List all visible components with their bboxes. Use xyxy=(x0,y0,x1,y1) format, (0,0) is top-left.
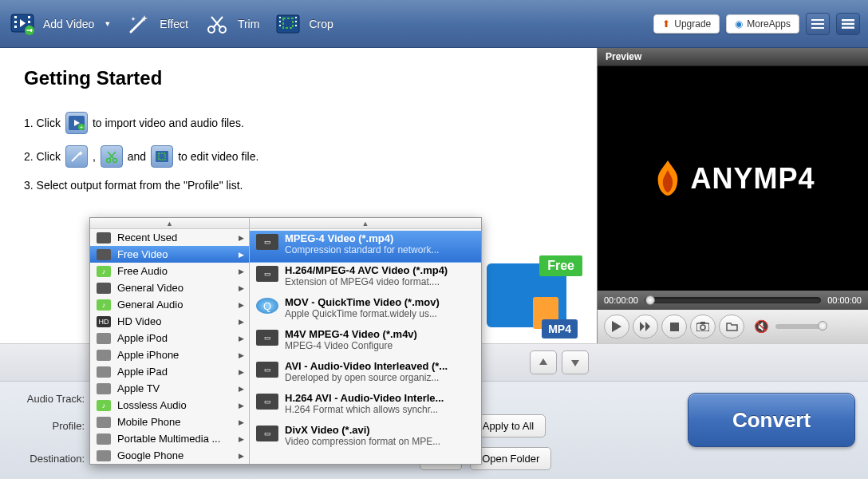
category-item[interactable]: Portable Multimedia ... xyxy=(90,430,249,447)
volume-icon: 🔇 xyxy=(754,319,769,334)
profile-dropdown: ▲ Recent UsedFree Video♪Free AudioGenera… xyxy=(89,217,482,465)
trim-button[interactable]: Trim xyxy=(203,10,259,38)
free-badge: Free xyxy=(539,255,582,276)
category-label: General Video xyxy=(117,282,183,294)
category-label: Apple iPad xyxy=(117,366,168,378)
svg-rect-3 xyxy=(14,26,17,28)
svg-marker-37 xyxy=(645,322,650,331)
open-folder-button[interactable] xyxy=(719,315,744,338)
fast-forward-button[interactable] xyxy=(633,315,658,338)
category-item[interactable]: HDHD Video xyxy=(90,313,249,330)
upload-icon: ⬆ xyxy=(662,18,670,30)
category-item[interactable]: ♪Free Audio xyxy=(90,263,249,279)
add-video-button[interactable]: Add Video xyxy=(8,10,110,38)
format-item[interactable]: ▭AVI - Audio-Video Interleaved (*...Dere… xyxy=(256,358,475,390)
format-item[interactable]: ▭MPEG-4 Video (*.mp4)Compression standar… xyxy=(250,231,481,263)
svg-rect-10 xyxy=(27,30,33,31)
device-icon xyxy=(97,383,111,394)
add-video-icon xyxy=(8,10,37,38)
mpeg-icon: ▭ xyxy=(256,234,278,250)
scroll-up-formats[interactable]: ▲ xyxy=(250,218,481,229)
timeline[interactable]: 00:00:00 00:00:00 xyxy=(598,291,868,310)
preview-video-area: ANYMP4 xyxy=(598,66,868,291)
convert-button[interactable]: Convert xyxy=(688,393,855,447)
svg-rect-24 xyxy=(842,19,854,22)
timeline-track[interactable] xyxy=(645,297,821,303)
category-item[interactable]: Free Video xyxy=(90,246,249,263)
qt-icon: Q xyxy=(256,298,278,314)
svg-rect-1 xyxy=(14,16,17,18)
time-total: 00:00:00 xyxy=(827,295,862,305)
list-view-button[interactable] xyxy=(806,13,830,35)
category-item[interactable]: ♪Lossless Audio xyxy=(90,397,249,414)
step-1: 1. Click + to import video and audio fil… xyxy=(24,112,573,134)
category-item[interactable]: ♪General Audio xyxy=(90,296,249,313)
more-apps-icon: ◉ xyxy=(735,18,743,30)
format-item[interactable]: ▭M4V MPEG-4 Video (*.m4v)MPEG-4 Video Co… xyxy=(256,327,475,358)
menu-button[interactable] xyxy=(836,13,860,35)
svg-rect-5 xyxy=(28,21,30,23)
svg-point-40 xyxy=(700,325,705,330)
format-item[interactable]: ▭H.264 AVI - Audio-Video Interle...H.264… xyxy=(256,390,475,422)
category-item[interactable]: Recent Used xyxy=(90,229,249,246)
format-title: DivX Video (*.avi) xyxy=(285,424,475,436)
open-folder-button-2[interactable]: Open Folder xyxy=(470,447,551,470)
format-desc: H.264 Format which allows synchr... xyxy=(285,404,475,415)
hd-icon: HD xyxy=(97,316,111,327)
mp4-badge: MP4 xyxy=(542,319,578,338)
category-item[interactable]: General Video xyxy=(90,279,249,296)
format-title: MPEG-4 Video (*.mp4) xyxy=(285,232,475,244)
category-item[interactable]: Apple iPad xyxy=(90,363,249,380)
flame-icon xyxy=(650,159,685,199)
category-item[interactable]: Apple TV xyxy=(90,380,249,397)
apply-all-button[interactable]: Apply to All xyxy=(471,414,546,437)
format-title: AVI - Audio-Video Interleaved (*... xyxy=(285,360,475,372)
snapshot-button[interactable] xyxy=(690,315,716,338)
format-item[interactable]: ▭DivX Video (*.avi)Video compression for… xyxy=(256,422,475,454)
svg-rect-16 xyxy=(279,25,281,26)
svg-rect-41 xyxy=(700,322,705,324)
format-desc: Dereloped by open source organiz... xyxy=(285,372,475,383)
device-icon xyxy=(97,433,111,445)
svg-marker-35 xyxy=(612,321,621,332)
svg-marker-43 xyxy=(571,360,579,366)
category-label: Free Video xyxy=(117,248,168,260)
category-label: Apple iPhone xyxy=(117,349,179,361)
move-down-button[interactable] xyxy=(562,350,589,374)
crop-icon xyxy=(274,10,302,38)
move-up-button[interactable] xyxy=(530,350,557,374)
trim-label: Trim xyxy=(238,18,259,30)
destination-label: Destination: xyxy=(13,453,85,465)
crop-button[interactable]: Crop xyxy=(274,10,333,38)
category-label: General Audio xyxy=(117,299,183,311)
play-button[interactable] xyxy=(604,315,629,338)
device-icon xyxy=(97,417,111,428)
svg-rect-38 xyxy=(670,323,679,331)
category-item[interactable]: Apple iPhone xyxy=(90,346,249,363)
category-label: Google Phone xyxy=(117,449,183,461)
category-item[interactable]: Apple iPod xyxy=(90,330,249,346)
category-item[interactable]: Google Phone xyxy=(90,447,249,464)
svg-rect-15 xyxy=(279,21,281,22)
svg-rect-23 xyxy=(811,27,824,29)
category-label: Apple TV xyxy=(117,382,160,394)
timeline-thumb[interactable] xyxy=(645,295,655,305)
scroll-up-categories[interactable]: ▲ xyxy=(90,218,249,229)
format-title: H.264/MPEG-4 AVC Video (*.mp4) xyxy=(285,264,475,276)
format-title: MOV - QuickTime Video (*.mov) xyxy=(285,296,475,308)
format-item[interactable]: ▭H.264/MPEG-4 AVC Video (*.mp4)Extension… xyxy=(256,263,475,295)
effect-button[interactable]: Effect xyxy=(124,10,188,38)
upgrade-button[interactable]: ⬆ Upgrade xyxy=(653,14,720,34)
step-2: 2. Click , and to edit video file. xyxy=(24,145,573,168)
add-video-label: Add Video xyxy=(43,18,94,30)
more-apps-button[interactable]: ◉ MoreApps xyxy=(726,14,799,34)
volume-slider[interactable] xyxy=(775,324,823,329)
category-item[interactable]: Mobile Phone xyxy=(90,414,249,430)
effect-label: Effect xyxy=(160,18,188,30)
volume-thumb[interactable] xyxy=(818,321,827,331)
upgrade-label: Upgrade xyxy=(674,18,711,30)
stop-button[interactable] xyxy=(661,315,687,338)
format-desc: Video compression format on MPE... xyxy=(285,436,475,447)
svg-text:+: + xyxy=(80,124,84,130)
format-item[interactable]: QMOV - QuickTime Video (*.mov)Apple Quic… xyxy=(256,295,475,327)
